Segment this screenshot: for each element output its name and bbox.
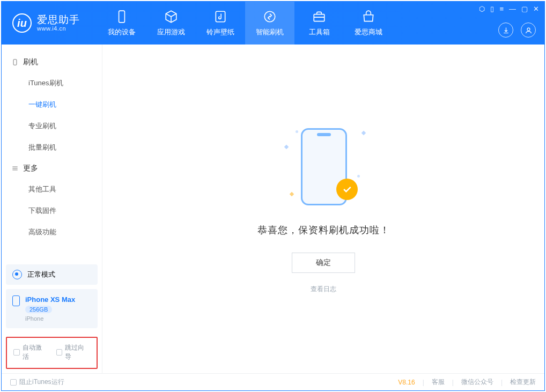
svg-point-3 [527, 28, 530, 31]
mode-icon [12, 270, 22, 279]
recycle-icon [262, 9, 277, 24]
app-title: 爱思助手 [37, 14, 80, 26]
logo-icon: iu [12, 13, 32, 33]
checkbox-skip-guide[interactable]: 跳过向导 [56, 343, 91, 361]
close-button[interactable]: ✕ [533, 5, 539, 13]
svg-rect-4 [13, 60, 17, 65]
phone-icon [12, 295, 20, 306]
toolbox-icon [312, 9, 327, 24]
store-icon [361, 9, 376, 24]
cube-icon [164, 9, 179, 24]
tab-store[interactable]: 爱思商城 [344, 2, 393, 45]
phone-outline-icon [11, 58, 19, 66]
support-link[interactable]: 客服 [432, 378, 445, 387]
svg-rect-0 [119, 11, 125, 23]
sidebar-group-title: 刷机 [23, 57, 38, 67]
tab-toolbox[interactable]: 工具箱 [294, 2, 344, 45]
device-mode-label: 正常模式 [27, 270, 55, 279]
checkbox-block-itunes[interactable]: 阻止iTunes运行 [10, 378, 64, 387]
view-log-link[interactable]: 查看日志 [311, 285, 336, 294]
minimize-button[interactable]: — [509, 5, 516, 13]
logo: iu 爱思助手 www.i4.cn [2, 2, 92, 45]
list-icon [11, 165, 19, 172]
download-button[interactable] [498, 23, 513, 38]
top-tabs: 我的设备 应用游戏 铃声壁纸 智能刷机 工具箱 爱思商城 [97, 2, 393, 45]
tab-smart-flash[interactable]: 智能刷机 [245, 2, 294, 45]
check-update-link[interactable]: 检查更新 [510, 378, 536, 387]
success-illustration [281, 124, 366, 210]
tab-apps-games[interactable]: 应用游戏 [146, 2, 196, 45]
success-message: 恭喜您，保资料刷机成功啦！ [257, 224, 390, 236]
device-mode-card[interactable]: 正常模式 [6, 264, 98, 285]
help-icon[interactable]: ▯ [490, 5, 494, 13]
app-subtitle: www.i4.cn [37, 25, 80, 32]
check-badge-icon [336, 179, 358, 200]
sidebar: 刷机 iTunes刷机 一键刷机 专业刷机 批量刷机 更多 其他工具 下载固件 … [2, 45, 102, 373]
svg-rect-2 [314, 14, 324, 21]
svg-rect-1 [216, 11, 225, 22]
version-label: V8.16 [398, 379, 415, 386]
user-button[interactable] [521, 23, 536, 38]
menu-icon[interactable]: ≡ [499, 5, 504, 13]
sidebar-item-pro-flash[interactable]: 专业刷机 [2, 115, 102, 137]
maximize-button[interactable]: ▢ [521, 5, 528, 13]
sidebar-item-download-firmware[interactable]: 下载固件 [2, 200, 102, 221]
tab-my-device[interactable]: 我的设备 [97, 2, 146, 45]
statusbar: 阻止iTunes运行 V8.16 | 客服 | 微信公众号 | 检查更新 [2, 373, 544, 390]
checkbox-auto-activate[interactable]: 自动激活 [13, 343, 48, 361]
sidebar-item-advanced[interactable]: 高级功能 [2, 221, 102, 243]
sidebar-group-flash: 刷机 [2, 52, 102, 72]
highlighted-options: 自动激活 跳过向导 [6, 337, 98, 369]
device-name: iPhone XS Max [25, 295, 75, 304]
ok-button[interactable]: 确定 [292, 253, 355, 273]
device-storage: 256GB [25, 306, 52, 313]
checkbox-label: 自动激活 [23, 343, 48, 361]
feedback-icon[interactable]: ⬡ [479, 5, 485, 13]
checkbox-label: 跳过向导 [65, 343, 90, 361]
tab-label: 应用游戏 [157, 27, 185, 37]
device-type: iPhone [25, 315, 75, 322]
tab-label: 我的设备 [108, 27, 136, 37]
music-icon [213, 9, 228, 24]
tab-label: 智能刷机 [256, 27, 284, 37]
tab-label: 爱思商城 [355, 27, 382, 37]
header: iu 爱思助手 www.i4.cn 我的设备 应用游戏 铃声壁纸 智能刷机 [2, 2, 544, 45]
sidebar-item-other-tools[interactable]: 其他工具 [2, 179, 102, 200]
sidebar-group-title: 更多 [23, 164, 38, 173]
checkbox-label: 阻止iTunes运行 [19, 378, 64, 387]
window-controls: ⬡ ▯ ≡ — ▢ ✕ [479, 5, 539, 13]
sidebar-item-oneclick-flash[interactable]: 一键刷机 [2, 94, 102, 115]
main-content: 恭喜您，保资料刷机成功啦！ 确定 查看日志 [102, 45, 544, 373]
device-info-card[interactable]: iPhone XS Max 256GB iPhone [6, 289, 98, 328]
sidebar-item-batch-flash[interactable]: 批量刷机 [2, 137, 102, 158]
tab-label: 铃声壁纸 [206, 27, 234, 37]
wechat-link[interactable]: 微信公众号 [461, 378, 493, 387]
device-icon [114, 9, 129, 24]
tab-label: 工具箱 [309, 27, 330, 37]
tab-ringtone-wallpaper[interactable]: 铃声壁纸 [196, 2, 245, 45]
sidebar-item-itunes-flash[interactable]: iTunes刷机 [2, 72, 102, 94]
sidebar-group-more: 更多 [2, 158, 102, 179]
